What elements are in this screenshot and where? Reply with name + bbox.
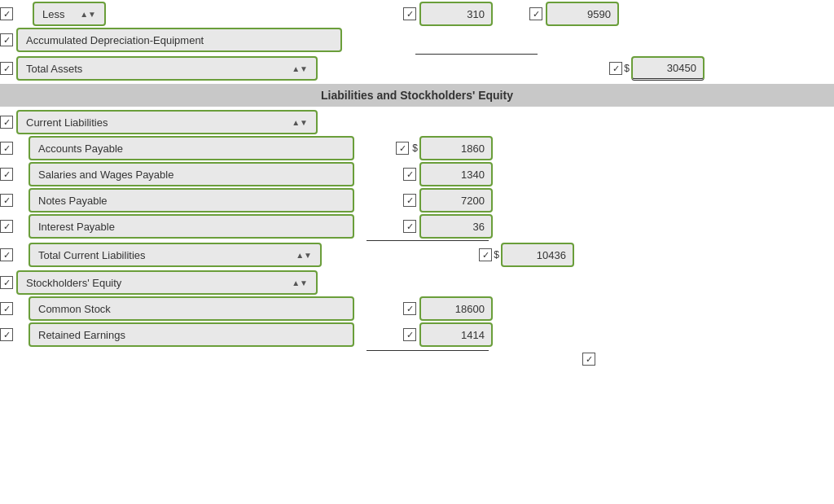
checkbox-salaries-val — [403, 168, 416, 181]
retained-earnings-label: Retained Earnings — [29, 322, 354, 347]
dollar-sign-total-assets: $ — [624, 63, 630, 74]
value-total-current[interactable]: 10436 — [501, 243, 574, 267]
value-310[interactable]: 310 — [419, 2, 493, 26]
checkbox-accum-dep — [0, 33, 16, 47]
value-notes-payable[interactable]: 7200 — [419, 188, 493, 213]
dollar-sign-total-current: $ — [494, 249, 499, 261]
checkbox-interest-payable — [0, 220, 16, 234]
stockholders-arrow-icon: ▲▼ — [292, 278, 308, 287]
accumulated-dep-label: Accumulated Depreciation-Equipment — [16, 28, 342, 52]
value-salaries[interactable]: 1340 — [419, 162, 493, 186]
less-label: Less — [42, 8, 64, 20]
checkbox-310 — [403, 7, 416, 20]
notes-payable-label: Notes Payable — [29, 188, 354, 213]
common-stock-label: Common Stock — [29, 296, 354, 321]
checkbox-common-stock — [0, 302, 16, 316]
checkbox-total-assets-val — [609, 62, 622, 75]
checkbox-less — [0, 7, 16, 21]
checkbox-common-stock-val — [403, 302, 416, 315]
section-header: Liabilities and Stockholders' Equity — [0, 84, 834, 107]
checkbox-ap-val — [396, 142, 409, 155]
checkbox-retained-val — [403, 328, 416, 341]
checkbox-total-current — [0, 248, 16, 262]
value-total-assets[interactable]: 30450 — [631, 56, 705, 81]
page: Less ▲▼ 310 9590 — [0, 0, 834, 504]
checkbox-current-liabilities — [0, 116, 16, 129]
less-select[interactable]: Less ▲▼ — [33, 2, 106, 26]
value-retained-earnings[interactable]: 1414 — [419, 322, 493, 347]
total-assets-arrow-icon: ▲▼ — [292, 64, 308, 73]
checkbox-interest-val — [403, 220, 416, 233]
total-current-arrow-icon: ▲▼ — [296, 251, 312, 260]
total-assets-select[interactable]: Total Assets ▲▼ — [16, 56, 318, 81]
checkbox-stockholders-equity — [0, 276, 16, 290]
checkbox-salaries — [0, 168, 16, 182]
less-arrow-icon: ▲▼ — [80, 10, 96, 19]
value-9590[interactable]: 9590 — [546, 2, 619, 26]
current-liabilities-arrow-icon: ▲▼ — [292, 118, 308, 127]
checkbox-bottom — [582, 353, 595, 366]
value-common-stock[interactable]: 18600 — [419, 296, 493, 321]
current-liabilities-select[interactable]: Current Liabilities ▲▼ — [16, 110, 318, 134]
checkbox-9590 — [529, 7, 542, 20]
stockholders-equity-select[interactable]: Stockholders' Equity ▲▼ — [16, 270, 318, 295]
checkbox-notes-val — [403, 194, 416, 207]
total-current-liabilities-select[interactable]: Total Current Liabilities ▲▼ — [29, 243, 322, 267]
checkbox-notes-payable — [0, 194, 16, 208]
interest-payable-label: Interest Payable — [29, 214, 354, 239]
value-accounts-payable[interactable]: 1860 — [419, 136, 493, 160]
checkbox-total-assets — [0, 62, 16, 76]
accounts-payable-label: Accounts Payable — [29, 136, 354, 160]
checkbox-accounts-payable — [0, 142, 16, 156]
value-interest-payable[interactable]: 36 — [419, 214, 493, 239]
checkbox-retained-earnings — [0, 328, 16, 342]
dollar-sign-ap: $ — [412, 142, 418, 154]
checkbox-total-current-val — [479, 248, 492, 261]
salaries-wages-label: Salaries and Wages Payable — [29, 162, 354, 186]
